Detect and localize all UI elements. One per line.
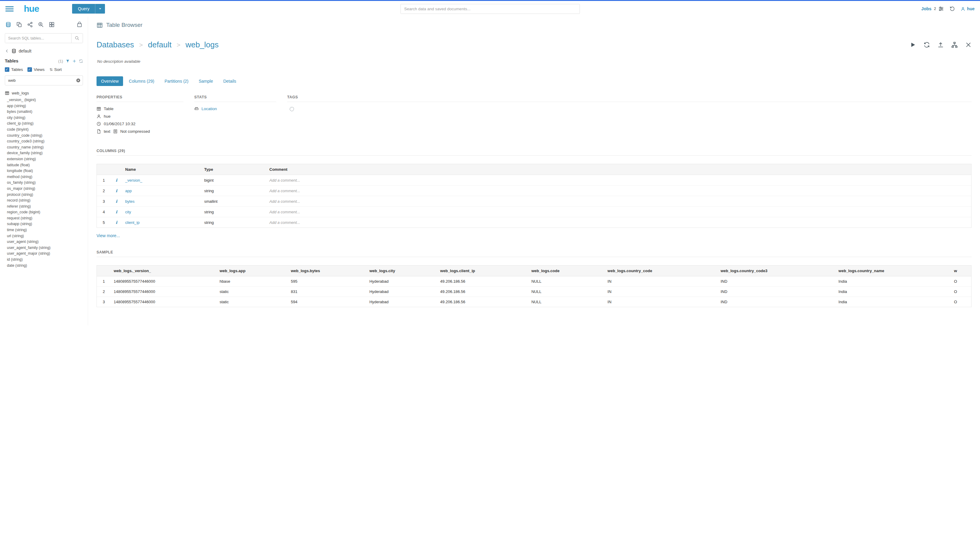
sample-cell: IND	[717, 297, 835, 307]
sample-section-header: SAMPLE	[97, 250, 972, 257]
add-icon[interactable]	[72, 59, 76, 63]
sidebar-databases-icon[interactable]	[5, 22, 11, 27]
upload-icon[interactable]	[937, 42, 944, 48]
column-list-item[interactable]: time (string)	[7, 227, 85, 233]
column-list-item[interactable]: request (string)	[7, 215, 85, 222]
column-list-item[interactable]: date (string)	[7, 263, 85, 269]
sort-control[interactable]: Sort	[49, 67, 62, 72]
sample-row-number: 1	[97, 277, 111, 287]
checkbox-tables-box[interactable]	[5, 67, 9, 72]
sidebar-documents-icon[interactable]	[16, 22, 22, 27]
column-list-item[interactable]: latitude (float)	[7, 162, 85, 168]
sidebar-importer-icon[interactable]	[77, 22, 82, 27]
tab-columns-29[interactable]: Columns (29)	[124, 76, 159, 86]
checkbox-views-box[interactable]	[27, 67, 32, 72]
sample-cell: static	[216, 287, 288, 297]
column-list-item[interactable]: client_ip (string)	[7, 121, 85, 127]
column-list-item[interactable]: device_family (string)	[7, 150, 85, 156]
history-icon[interactable]	[950, 6, 955, 12]
column-list-item[interactable]: code (tinyint)	[7, 127, 85, 133]
global-search-input[interactable]	[400, 4, 580, 14]
column-name-link[interactable]: city	[125, 210, 131, 214]
property-owner: hue	[97, 114, 183, 118]
column-comment[interactable]: Add a comment...	[266, 175, 971, 185]
tab-sample[interactable]: Sample	[194, 76, 218, 86]
column-list-item[interactable]: longitude (float)	[7, 168, 85, 174]
sidebar-zoom-icon[interactable]	[38, 22, 44, 27]
sidebar-workflows-icon[interactable]	[27, 22, 33, 27]
hue-logo[interactable]: hue	[24, 4, 39, 13]
info-icon[interactable]: i	[115, 188, 117, 193]
breadcrumb-link[interactable]: default	[148, 40, 171, 50]
column-list-item[interactable]: referer (string)	[7, 204, 85, 210]
checkbox-tables[interactable]: Tables	[5, 67, 23, 72]
column-list-item[interactable]: os_family (string)	[7, 180, 85, 186]
sample-table-header: web_logs.country_code3	[717, 265, 835, 277]
user-menu[interactable]: hue	[961, 6, 975, 11]
sample-table-header	[97, 265, 111, 277]
info-icon[interactable]: i	[115, 220, 117, 225]
view-more-link[interactable]: View more...	[97, 233, 120, 238]
column-comment[interactable]: Add a comment...	[266, 185, 971, 196]
column-list-item[interactable]: protocol (string)	[7, 192, 85, 198]
location-link[interactable]: Location	[201, 107, 217, 111]
column-comment[interactable]: Add a comment...	[266, 196, 971, 207]
info-icon[interactable]: i	[115, 178, 117, 183]
tab-partitions-2[interactable]: Partitions (2)	[160, 76, 193, 86]
column-name-link[interactable]: bytes	[125, 199, 135, 204]
refresh-icon[interactable]	[79, 59, 83, 63]
column-list-item[interactable]: country_code (string)	[7, 133, 85, 139]
column-list-item[interactable]: bytes (smallint)	[7, 109, 85, 115]
filter-icon[interactable]	[66, 59, 70, 63]
breadcrumb-link[interactable]: Databases	[97, 40, 134, 50]
column-list-item[interactable]: country_name (string)	[7, 145, 85, 150]
sql-table-search-icon[interactable]	[71, 33, 83, 43]
column-list-item[interactable]: id (string)	[7, 257, 85, 263]
column-list-item[interactable]: region_code (bigint)	[7, 209, 85, 215]
column-list-item[interactable]: url (string)	[7, 233, 85, 239]
column-list-item[interactable]: method (string)	[7, 174, 85, 180]
info-icon[interactable]: i	[115, 209, 117, 214]
hamburger-menu-icon[interactable]	[5, 5, 13, 13]
jobs-link[interactable]: Jobs	[921, 6, 932, 11]
query-caret-icon[interactable]	[95, 4, 105, 13]
column-name-link[interactable]: _version_	[125, 178, 142, 183]
column-list-item[interactable]: _version_ (bigint)	[7, 97, 85, 103]
column-comment[interactable]: Add a comment...	[266, 207, 971, 217]
database-name[interactable]: default	[19, 48, 32, 53]
jobs-settings-icon[interactable]	[938, 6, 944, 12]
breadcrumb-link[interactable]: web_logs	[185, 40, 219, 50]
execute-icon[interactable]	[910, 42, 916, 48]
back-icon[interactable]	[5, 49, 9, 53]
checkbox-views[interactable]: Views	[27, 67, 45, 72]
tab-overview[interactable]: Overview	[97, 76, 123, 86]
lineage-icon[interactable]	[951, 42, 958, 48]
checkbox-tables-label: Tables	[11, 67, 23, 72]
column-list-item[interactable]: user_agent_major (string)	[7, 251, 85, 257]
column-list-item[interactable]: subapp (string)	[7, 221, 85, 227]
sql-table-search	[5, 33, 83, 43]
sidebar-apps-icon[interactable]	[49, 22, 55, 27]
column-list-item[interactable]: user_agent (string)	[7, 239, 85, 245]
table-filter-input[interactable]	[5, 75, 83, 85]
close-icon[interactable]	[965, 42, 972, 48]
column-list-item[interactable]: city (string)	[7, 115, 85, 121]
column-name-link[interactable]: client_ip	[125, 220, 140, 225]
column-list-item[interactable]: record (string)	[7, 198, 85, 204]
column-list-item[interactable]: app (string)	[7, 103, 85, 109]
clear-icon[interactable]	[76, 78, 80, 83]
column-list-item[interactable]: user_agent_family (string)	[7, 245, 85, 251]
tab-details[interactable]: Details	[219, 76, 241, 86]
sidebar-table-web-logs[interactable]: web_logs	[5, 91, 83, 95]
property-type-value: Table	[104, 107, 113, 111]
column-list-item[interactable]: country_code3 (string)	[7, 138, 85, 145]
column-list-item[interactable]: os_major (string)	[7, 186, 85, 192]
info-icon[interactable]: i	[115, 199, 117, 204]
refresh-icon[interactable]	[923, 42, 930, 48]
column-comment[interactable]: Add a comment...	[266, 217, 971, 228]
column-list-item[interactable]: extension (string)	[7, 156, 85, 162]
sql-table-search-input[interactable]	[5, 33, 71, 43]
query-button[interactable]: Query	[72, 4, 95, 13]
sample-cell: 49.206.186.56	[437, 277, 528, 287]
column-name-link[interactable]: app	[125, 188, 132, 193]
